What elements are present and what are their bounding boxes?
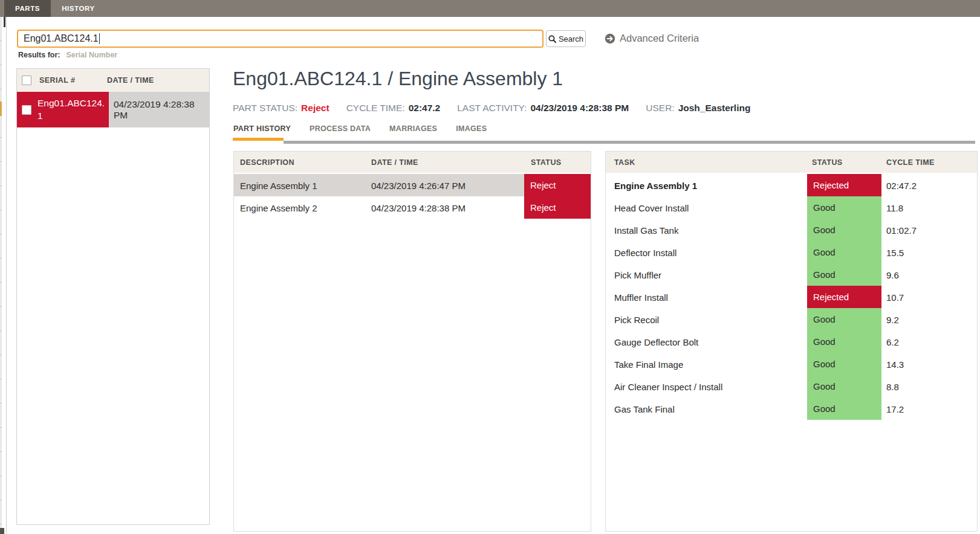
task-status-badge: Good bbox=[807, 397, 881, 420]
nav-tab-history[interactable]: HISTORY bbox=[51, 0, 106, 17]
nav-tab-parts[interactable]: PARTS bbox=[4, 0, 51, 17]
history-datetime: 04/23/2019 4:26:47 PM bbox=[371, 180, 466, 190]
task-row: Head Cover Install Good 11.8 bbox=[606, 196, 977, 219]
advanced-criteria-label: Advanced Criteria bbox=[620, 33, 699, 44]
last-activity-label: LAST ACTIVITY: bbox=[457, 103, 527, 114]
part-history-table: DESCRIPTION DATE / TIME STATUS Engine As… bbox=[233, 151, 591, 532]
task-row: Deflector Install Good 15.5 bbox=[606, 241, 977, 263]
task-row: Pick Recoil Good 9.2 bbox=[606, 308, 977, 330]
left-edge-sliver bbox=[0, 17, 7, 534]
task-row: Engine Assembly 1 Rejected 02:47.2 bbox=[606, 174, 977, 196]
search-button[interactable]: Search bbox=[546, 30, 586, 47]
task-name: Gauge Deflector Bolt bbox=[614, 336, 698, 347]
results-panel: SERIAL # DATE / TIME Eng01.ABC124.1 04/2… bbox=[16, 68, 210, 525]
part-status-label: PART STATUS: bbox=[233, 103, 297, 114]
task-name: Take Final Image bbox=[614, 359, 683, 369]
task-name: Pick Recoil bbox=[614, 314, 659, 324]
task-cycle-time: 01:02.7 bbox=[886, 225, 917, 235]
tab-process-data[interactable]: PROCESS DATA bbox=[310, 124, 371, 133]
sliver-dark-mark-bottom bbox=[0, 528, 4, 534]
row-checkbox[interactable] bbox=[22, 105, 31, 115]
sliver-orange-mark bbox=[0, 101, 2, 116]
task-status-badge: Good bbox=[807, 241, 881, 263]
task-row: Air Cleaner Inspect / Install Good 8.8 bbox=[606, 375, 977, 397]
task-name: Deflector Install bbox=[614, 247, 677, 257]
serial-column-header: SERIAL # bbox=[39, 76, 107, 85]
results-panel-header: SERIAL # DATE / TIME bbox=[17, 69, 209, 92]
task-status-badge: Good bbox=[807, 330, 881, 353]
task-status-badge: Rejected bbox=[807, 286, 881, 308]
task-cycle-time: 15.5 bbox=[886, 247, 904, 257]
task-status-badge: Good bbox=[807, 219, 881, 241]
task-status-badge: Good bbox=[807, 263, 881, 286]
results-for-label: Results for: bbox=[18, 51, 60, 59]
tab-part-history[interactable]: PART HISTORY bbox=[233, 124, 291, 133]
user-value: Josh_Easterling bbox=[678, 103, 751, 114]
results-for-line: Results for:Serial Number bbox=[18, 51, 117, 59]
task-cycle-time: 11.8 bbox=[886, 202, 903, 213]
task-status-badge: Rejected bbox=[807, 174, 881, 196]
top-nav-bar: PARTS HISTORY bbox=[0, 0, 980, 17]
history-status-badge: Reject bbox=[524, 196, 591, 219]
task-cycle-time: 9.2 bbox=[886, 314, 899, 324]
task-cycle-time: 02:47.2 bbox=[886, 180, 917, 190]
task-cycle-time: 10.7 bbox=[886, 292, 904, 302]
select-all-checkbox[interactable] bbox=[22, 76, 31, 85]
task-status-badge: Good bbox=[807, 308, 881, 330]
task-column-header: TASK bbox=[614, 158, 635, 167]
task-name: Head Cover Install bbox=[614, 202, 689, 213]
cycle-time-column-header: CYCLE TIME bbox=[886, 158, 935, 167]
task-status-badge: Good bbox=[807, 196, 881, 219]
task-cycle-time: 8.8 bbox=[886, 381, 899, 391]
task-row: Gauge Deflector Bolt Good 6.2 bbox=[606, 330, 977, 353]
arrow-circle-icon bbox=[605, 33, 615, 44]
history-description: Engine Assembly 1 bbox=[240, 180, 317, 190]
task-row: Take Final Image Good 14.3 bbox=[606, 353, 977, 375]
part-history-table-header: DESCRIPTION DATE / TIME STATUS bbox=[234, 152, 591, 174]
history-description: Engine Assembly 2 bbox=[240, 202, 317, 213]
tab-bar-rule bbox=[284, 141, 975, 144]
result-serial-value: Eng01.ABC124.1 bbox=[37, 97, 105, 123]
history-datetime: 04/23/2019 4:28:38 PM bbox=[371, 202, 466, 213]
history-row[interactable]: Engine Assembly 2 04/23/2019 4:28:38 PM … bbox=[234, 196, 591, 219]
task-name: Pick Muffler bbox=[614, 269, 661, 280]
result-row[interactable]: Eng01.ABC124.1 04/23/2019 4:28:38 PM bbox=[17, 92, 209, 127]
result-serial-cell: Eng01.ABC124.1 bbox=[17, 92, 109, 127]
sliver-row-lines bbox=[0, 17, 2, 534]
task-table-header: TASK STATUS CYCLE TIME bbox=[606, 152, 977, 174]
task-row: Muffler Install Rejected 10.7 bbox=[606, 286, 977, 308]
datetime-column-header: DATE / TIME bbox=[107, 76, 154, 85]
cycle-time-label: CYCLE TIME: bbox=[346, 103, 405, 114]
task-cycle-time: 17.2 bbox=[886, 404, 904, 414]
meta-last-activity: LAST ACTIVITY: 04/23/2019 4:28:38 PM bbox=[457, 103, 629, 114]
results-for-value: Serial Number bbox=[66, 51, 117, 59]
task-name: Muffler Install bbox=[614, 292, 668, 302]
status-column-header: STATUS bbox=[812, 158, 843, 167]
description-column-header: DESCRIPTION bbox=[240, 158, 294, 167]
last-activity-value: 04/23/2019 4:28:38 PM bbox=[530, 103, 629, 114]
active-tab-underline bbox=[233, 138, 284, 141]
task-name: Gas Tank Final bbox=[614, 404, 675, 414]
task-status-badge: Good bbox=[807, 375, 881, 397]
search-button-label: Search bbox=[559, 34, 583, 43]
search-icon bbox=[548, 35, 556, 43]
task-cycle-time: 6.2 bbox=[886, 336, 899, 347]
tab-marriages[interactable]: MARRIAGES bbox=[389, 124, 437, 133]
task-row: Gas Tank Final Good 17.2 bbox=[606, 397, 977, 420]
detail-tab-bar: PART HISTORY PROCESS DATA MARRIAGES IMAG… bbox=[233, 124, 487, 133]
part-meta-line: PART STATUS: Reject CYCLE TIME: 02:47.2 … bbox=[233, 103, 767, 114]
task-name: Air Cleaner Inspect / Install bbox=[614, 381, 722, 391]
status-column-header: STATUS bbox=[531, 158, 562, 167]
task-name: Engine Assembly 1 bbox=[614, 180, 697, 190]
advanced-criteria-link[interactable]: Advanced Criteria bbox=[605, 33, 699, 44]
task-cycle-time: 9.6 bbox=[886, 269, 899, 280]
task-name: Install Gas Tank bbox=[614, 225, 678, 235]
tab-images[interactable]: IMAGES bbox=[456, 124, 487, 133]
result-datetime-cell: 04/23/2019 4:28:38 PM bbox=[109, 92, 209, 127]
text-caret bbox=[99, 33, 100, 44]
search-input-value: Eng01.ABC124.1 bbox=[24, 33, 99, 44]
task-row: Install Gas Tank Good 01:02.7 bbox=[606, 219, 977, 241]
search-input[interactable]: Eng01.ABC124.1 bbox=[17, 30, 544, 48]
history-row[interactable]: Engine Assembly 1 04/23/2019 4:26:47 PM … bbox=[234, 174, 591, 196]
task-row: Pick Muffler Good 9.6 bbox=[606, 263, 977, 286]
